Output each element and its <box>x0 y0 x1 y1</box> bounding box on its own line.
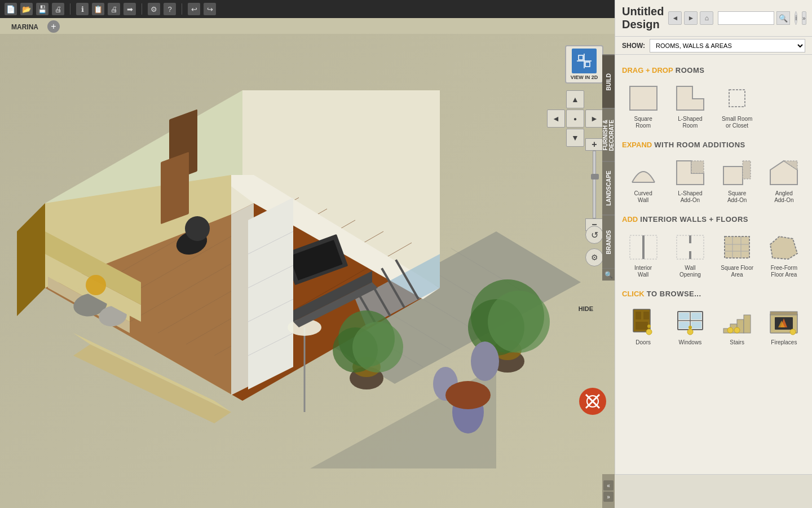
floor-settings-button[interactable]: ⚙ <box>585 248 603 266</box>
tab-marina[interactable]: MARINA <box>5 20 45 34</box>
square-addon-item[interactable]: SquareAdd-On <box>716 155 758 206</box>
hide-button[interactable]: HIDE <box>571 299 601 319</box>
svg-point-124 <box>790 329 796 335</box>
panel-back-button[interactable]: ◄ <box>668 11 682 25</box>
doors-label: Doors <box>636 339 651 346</box>
print2-icon[interactable]: 🖨 <box>108 3 120 15</box>
stairs-icon <box>720 306 754 337</box>
vtab-landscape[interactable]: LANDSCAPE <box>602 161 615 215</box>
svg-point-111 <box>687 329 693 335</box>
svg-point-48 <box>471 341 499 381</box>
open-file-icon[interactable]: 📂 <box>20 3 33 15</box>
info-icon[interactable]: ℹ <box>76 3 89 15</box>
svg-point-42 <box>352 322 403 373</box>
search-button[interactable]: 🔍 <box>776 11 790 25</box>
square-floor-area-item[interactable]: Square FloorArea <box>716 229 758 281</box>
panel-info-button[interactable]: i <box>795 11 797 25</box>
doors-item[interactable]: Doors <box>622 304 664 348</box>
panel-collapse-up-button[interactable]: « <box>603 480 614 491</box>
svg-rect-108 <box>691 313 701 319</box>
panel-collapse-down-button[interactable]: » <box>603 492 614 502</box>
browse-grid: Doors Windows <box>622 304 805 348</box>
redo-icon[interactable]: ↪ <box>204 3 216 15</box>
search-input[interactable] <box>718 11 774 25</box>
l-shaped-room-item[interactable]: L-ShapedRoom <box>669 80 711 132</box>
l-shaped-addon-label: L-ShapedAdd-On <box>678 190 702 204</box>
print-icon[interactable]: 🖨 <box>52 3 64 15</box>
svg-point-103 <box>646 329 652 335</box>
vtab-search-button[interactable]: 🔍 <box>602 268 615 281</box>
undo-icon[interactable]: ↩ <box>188 3 200 15</box>
l-shaped-room-icon <box>673 82 707 113</box>
nav-down-button[interactable]: ▼ <box>566 129 584 147</box>
l-shaped-room-label: L-ShapedRoom <box>678 116 702 129</box>
svg-point-51 <box>445 381 491 409</box>
view-in-2d-button[interactable]: VIEW IN 2D <box>565 45 603 84</box>
angled-addon-item[interactable]: AngledAdd-On <box>763 155 805 206</box>
nav-center-button[interactable]: ● <box>566 110 584 128</box>
interior-wall-label: InteriorWall <box>634 265 652 278</box>
small-room-icon <box>720 82 754 113</box>
small-room-label: Small Roomor Closet <box>722 116 752 129</box>
svg-rect-79 <box>729 90 745 107</box>
show-dropdown[interactable]: ROOMS, WALLS & AREAS FURNITURE DIMENSION… <box>650 39 805 52</box>
windows-item[interactable]: Windows <box>669 304 711 348</box>
wall-opening-icon <box>673 231 707 262</box>
square-room-item[interactable]: SquareRoom <box>622 80 664 132</box>
svg-point-112 <box>689 326 692 329</box>
nav-up-button[interactable]: ▲ <box>566 90 584 108</box>
nav-right-button[interactable]: ► <box>585 110 603 128</box>
help-icon[interactable]: ? <box>164 3 176 15</box>
interior-wall-icon <box>626 231 660 262</box>
panel-collapse-button[interactable]: » <box>802 11 806 25</box>
svg-point-66 <box>185 216 210 241</box>
svg-rect-92 <box>725 237 749 258</box>
nav-left-button[interactable]: ◄ <box>547 110 565 128</box>
wall-opening-item[interactable]: WallOpening <box>669 229 711 281</box>
tab-add-button[interactable]: + <box>47 20 60 33</box>
settings-icon[interactable]: ⚙ <box>148 3 160 15</box>
stairs-item[interactable]: Stairs <box>716 304 758 348</box>
fireplaces-icon <box>767 306 801 337</box>
vtab-brands[interactable]: BRANDS <box>602 215 615 269</box>
separator-2 <box>142 3 142 15</box>
stairs-label: Stairs <box>730 339 744 346</box>
curved-wall-item[interactable]: CurvedWall <box>622 155 664 206</box>
panel-content[interactable]: DRAG + DROP ROOMS SquareRoom L-Sh <box>615 55 812 508</box>
panel-bottom <box>615 474 812 508</box>
free-form-floor-item[interactable]: Free-FormFloor Area <box>763 229 805 281</box>
zoom-controls: + − <box>585 138 603 231</box>
svg-rect-82 <box>691 161 704 173</box>
fireplaces-item[interactable]: Fireplaces <box>763 304 805 348</box>
svg-rect-83 <box>723 167 743 185</box>
small-room-item[interactable]: Small Roomor Closet <box>716 80 758 132</box>
show-label: SHOW: <box>622 42 645 50</box>
zoom-slider-handle[interactable] <box>591 174 599 179</box>
svg-marker-12 <box>17 203 45 316</box>
tab-bar: MARINA + <box>0 18 226 34</box>
panel-home-button[interactable]: ⌂ <box>700 11 713 25</box>
save-icon[interactable]: 💾 <box>36 3 48 15</box>
svg-point-102 <box>647 325 651 328</box>
drag-drop-grid: SquareRoom L-ShapedRoom Small Roomor <box>622 80 805 132</box>
svg-marker-52 <box>248 198 293 389</box>
interior-wall-item[interactable]: InteriorWall <box>622 229 664 281</box>
zoom-in-button[interactable]: + <box>585 138 603 151</box>
rotate-button[interactable]: ↺ <box>585 226 603 244</box>
history-icon[interactable]: 📋 <box>92 3 104 15</box>
vtab-build[interactable]: BUILD <box>602 55 615 108</box>
svg-rect-116 <box>744 315 751 333</box>
svg-rect-84 <box>743 161 751 179</box>
angled-addon-icon <box>767 157 801 188</box>
panel-forward-button[interactable]: ► <box>684 11 698 25</box>
zoom-slider-track[interactable] <box>593 151 596 218</box>
l-shaped-addon-item[interactable]: L-ShapedAdd-On <box>669 155 711 206</box>
export-icon[interactable]: ➡ <box>123 3 136 15</box>
svg-rect-109 <box>679 322 689 329</box>
curved-wall-icon <box>626 157 660 188</box>
vtab-furnish[interactable]: FURNISH & DECORATE <box>602 108 615 162</box>
show-bar: SHOW: ROOMS, WALLS & AREAS FURNITURE DIM… <box>615 37 812 55</box>
svg-point-118 <box>734 327 740 333</box>
new-file-icon[interactable]: 📄 <box>5 3 17 15</box>
canvas-area[interactable]: VIEW IN 2D ▲ ◄ ● ► ▼ + − ↺ ⚙ <box>0 34 615 508</box>
